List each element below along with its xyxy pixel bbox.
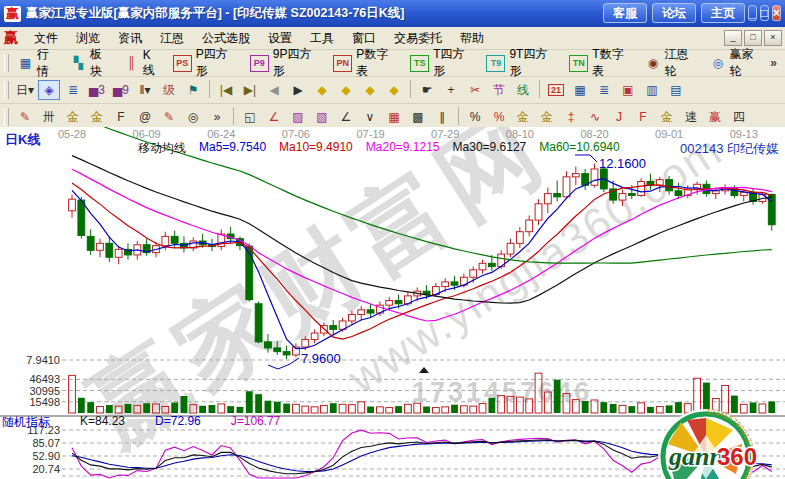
print-button[interactable]: ▤ [665, 80, 687, 100]
gann-square-tool[interactable]: ▧ [311, 107, 333, 127]
gold-grid2-tool[interactable]: 金 [86, 107, 108, 127]
minimize-button[interactable]: _ [748, 5, 757, 21]
memo-tool[interactable]: ≣ [62, 80, 84, 100]
gold-circle-tool[interactable]: 金 [512, 107, 534, 127]
tool-button[interactable] [539, 80, 540, 98]
toolbar-grip[interactable] [4, 108, 9, 126]
next-button[interactable]: ▶ [287, 80, 309, 100]
home-button[interactable]: 主页 [701, 3, 745, 23]
gann-net-tool[interactable]: ◈ [38, 80, 60, 100]
flag-tool[interactable]: ⚑ [182, 80, 204, 100]
snapshot-button[interactable]: ▥ [641, 80, 663, 100]
wave-tool[interactable]: ∿ [584, 107, 606, 127]
first-page-button[interactable]: |◀ [215, 80, 237, 100]
axis-label: 20.74 [2, 463, 60, 475]
toolbar-button-label: 赢家轮 [729, 46, 765, 80]
mdi-restore-button[interactable]: □ [744, 30, 762, 46]
cycle-tool[interactable]: 节 [488, 80, 510, 100]
grid-tool[interactable]: ▦ [383, 107, 405, 127]
date-label: 08-20 [580, 128, 608, 140]
angle-tool[interactable]: ∠ [335, 107, 357, 127]
gann-box-tool[interactable]: ▨ [287, 107, 309, 127]
signal-triangle [419, 367, 429, 373]
gann-wheel-button[interactable]: ◉ 江恩轮 [646, 46, 701, 80]
time-circle-tool[interactable]: ◎ [182, 107, 204, 127]
t-square-button[interactable]: TS T四方形 [410, 46, 476, 80]
kdj-label: J=106.77 [231, 414, 281, 431]
gann-fan-tool[interactable]: ∠ [263, 107, 285, 127]
bars3-tool[interactable]: ▅3 [86, 80, 108, 100]
p9-square-button[interactable]: P9 9P四方形 [250, 46, 324, 80]
win-line-tool[interactable]: 赢 [704, 107, 726, 127]
save-button[interactable]: ▣ [617, 80, 639, 100]
toolbar-overflow-chevron[interactable]: » [770, 56, 777, 70]
percent-tool[interactable]: % [464, 107, 486, 127]
hand-tool[interactable]: ☛ [416, 80, 438, 100]
divider-tool[interactable]: ‡ [560, 107, 582, 127]
maximize-button[interactable]: □ [760, 5, 769, 21]
fib-grid-tool[interactable]: F [110, 107, 132, 127]
mark-tool[interactable]: ✎ [158, 107, 180, 127]
quotes-button[interactable]: ▦ 行情 [18, 46, 61, 80]
tool-button[interactable] [410, 80, 411, 98]
chart-area[interactable]: 赢家财富网 www.yingjia360.com 1731457646 日K线 … [0, 127, 785, 479]
scroll-right-button[interactable]: ◆ [335, 80, 357, 100]
forum-button[interactable]: 论坛 [652, 3, 696, 23]
gold-lines-tool[interactable]: 金 [536, 107, 558, 127]
speed-line-tool[interactable]: 速 [680, 107, 702, 127]
parallel-tool[interactable]: ∥ [431, 107, 453, 127]
spiral-tool[interactable]: @ [134, 107, 156, 127]
mdi-minimize-button[interactable]: _ [724, 30, 742, 46]
prev-button[interactable]: ◀ [263, 80, 285, 100]
j-line-tool[interactable]: J [608, 107, 630, 127]
calendar-button[interactable]: 21 [545, 80, 567, 100]
price-annotation-high: 12.1600 [599, 156, 646, 171]
crosshair-tool[interactable]: + [440, 80, 462, 100]
curve-tool[interactable]: 线 [512, 80, 534, 100]
candle-style-dropdown[interactable]: 日▾ [14, 80, 36, 100]
four-line-tool[interactable]: 四 [728, 107, 750, 127]
sectors-button[interactable]: ▚ 板块 [71, 46, 114, 80]
calculator-button[interactable]: ▦ [569, 80, 591, 100]
p-number-button[interactable]: PN P数字表 [333, 46, 400, 80]
t9-square-button[interactable]: T9 9T四方形 [486, 46, 559, 80]
toolbar-grip[interactable] [4, 54, 9, 72]
gold-angle-tool[interactable]: 金 [656, 107, 678, 127]
pen-tool[interactable]: ✎ [14, 107, 36, 127]
gann-frame-tool[interactable]: ◱ [239, 107, 261, 127]
draw-tool-button[interactable] [458, 107, 459, 125]
date-label: 06-24 [207, 128, 235, 140]
zoom-out-button[interactable]: ◆ [383, 80, 405, 100]
zigzag-tool[interactable]: ∨ [359, 107, 381, 127]
p-square-button[interactable]: PS P四方形 [173, 46, 240, 80]
toolbar-button-icon: TN [569, 55, 588, 72]
notes-button[interactable]: ≣ [593, 80, 615, 100]
toolbar-button-icon: ◎ [710, 56, 725, 71]
gold-grid-tool[interactable]: 金 [62, 107, 84, 127]
f-line-tool[interactable]: F [632, 107, 654, 127]
winner-wheel-button[interactable]: ◎ 赢家轮 [710, 46, 765, 80]
figure-tool[interactable]: 级 [158, 80, 180, 100]
bars9-tool[interactable]: ▅9 [110, 80, 132, 100]
price-annotation-low: 7.9600 [301, 351, 341, 366]
scroll-left-button[interactable]: ◆ [311, 80, 333, 100]
thin-candle-dropdown[interactable]: ‖▾ [134, 80, 156, 100]
batch-lines-tool[interactable]: 卅 [38, 107, 60, 127]
toolbar-grip[interactable] [4, 81, 9, 99]
measure-tool[interactable]: ✂ [464, 80, 486, 100]
ma-label: Ma20=9.1215 [366, 140, 440, 157]
mdi-close-button[interactable]: × [764, 30, 782, 46]
percent-lines-tool[interactable]: % [488, 107, 510, 127]
last-page-button[interactable]: ▶| [239, 80, 261, 100]
toolbar-button-icon: PN [333, 55, 352, 72]
grid2-tool[interactable]: ▩ [407, 107, 429, 127]
draw-tool-button[interactable] [233, 107, 234, 125]
tool-button[interactable] [209, 80, 210, 98]
zoom-in-button[interactable]: ◆ [359, 80, 381, 100]
more-draw-tools[interactable]: » [206, 107, 228, 127]
gann360-logo: 1234567890123456789012345678901234567890… [651, 402, 761, 479]
support-button[interactable]: 客服 [603, 3, 647, 23]
close-button[interactable]: × [772, 5, 781, 21]
kline-button[interactable]: ║ K线 [124, 46, 163, 80]
t-number-button[interactable]: TN T数字表 [569, 46, 635, 80]
